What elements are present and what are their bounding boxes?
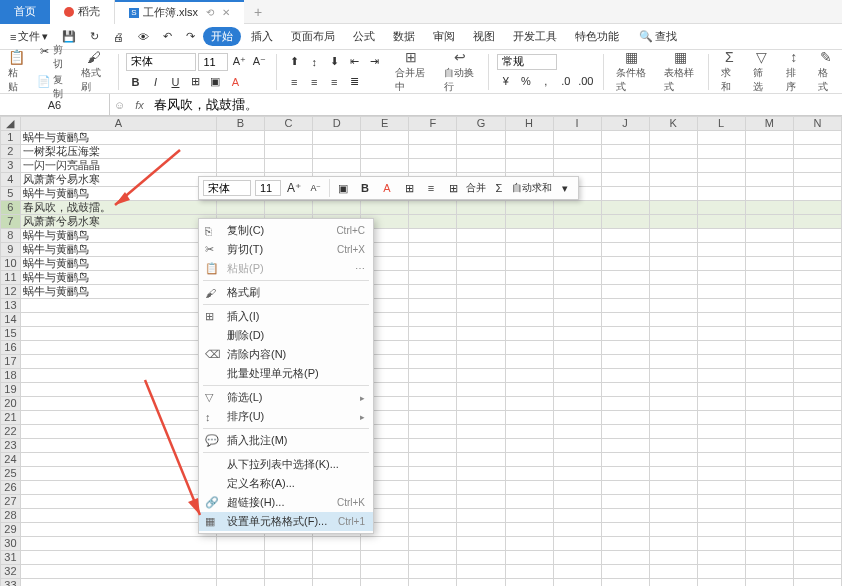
tab-file[interactable]: S工作簿.xlsx⟲✕ [115,0,244,24]
cell-K26[interactable] [649,481,697,495]
row-header-24[interactable]: 24 [1,453,21,467]
cell-H7[interactable] [505,215,553,229]
cell-G18[interactable] [457,369,505,383]
font-grow[interactable]: A⁺ [230,53,248,71]
cell-L33[interactable] [697,579,745,587]
cell-J20[interactable] [601,397,649,411]
cell-G16[interactable] [457,341,505,355]
cell-G17[interactable] [457,355,505,369]
mini-sigma[interactable]: Σ [490,179,508,197]
cell-H25[interactable] [505,467,553,481]
row-header-25[interactable]: 25 [1,467,21,481]
menu-insert[interactable]: 插入 [243,27,281,46]
cell-L7[interactable] [697,215,745,229]
cell-N6[interactable] [793,201,841,215]
cell-J31[interactable] [601,551,649,565]
row-header-16[interactable]: 16 [1,341,21,355]
col-header-G[interactable]: G [457,117,505,131]
cell-C2[interactable] [264,145,312,159]
cell-B31[interactable] [216,551,264,565]
cell-I23[interactable] [553,439,601,453]
cell-A17[interactable] [20,355,216,369]
cell-I30[interactable] [553,537,601,551]
col-header-C[interactable]: C [264,117,312,131]
cell-I12[interactable] [553,285,601,299]
menu-pagelayout[interactable]: 页面布局 [283,27,343,46]
cell-I24[interactable] [553,453,601,467]
cell-E3[interactable] [361,159,409,173]
cell-N30[interactable] [793,537,841,551]
cell-L28[interactable] [697,509,745,523]
cell-I13[interactable] [553,299,601,313]
cell-A20[interactable] [20,397,216,411]
cell-L16[interactable] [697,341,745,355]
cell-A13[interactable] [20,299,216,313]
cell-L18[interactable] [697,369,745,383]
cell-H19[interactable] [505,383,553,397]
refresh-icon[interactable]: ↻ [84,28,105,45]
cell-A15[interactable] [20,327,216,341]
cell-J24[interactable] [601,453,649,467]
ribbon-filter[interactable]: ▽筛选 [749,49,773,94]
indent-inc[interactable]: ⇥ [365,53,383,71]
row-header-33[interactable]: 33 [1,579,21,587]
cell-F14[interactable] [409,313,457,327]
cell-N2[interactable] [793,145,841,159]
cell-M17[interactable] [745,355,793,369]
cell-K17[interactable] [649,355,697,369]
cell-K19[interactable] [649,383,697,397]
menu-view[interactable]: 视图 [465,27,503,46]
cell-M28[interactable] [745,509,793,523]
cell-N18[interactable] [793,369,841,383]
cell-N1[interactable] [793,131,841,145]
cell-H1[interactable] [505,131,553,145]
cell-M33[interactable] [745,579,793,587]
ctx-delete[interactable]: 删除(D) [199,326,373,345]
cell-F17[interactable] [409,355,457,369]
cell-L1[interactable] [697,131,745,145]
dec-inc[interactable]: .0 [557,72,575,90]
cell-G14[interactable] [457,313,505,327]
ribbon-fmtpaint[interactable]: 🖌格式刷 [77,49,109,94]
cell-D33[interactable] [313,579,361,587]
cell-B2[interactable] [216,145,264,159]
ctx-copy[interactable]: ⎘复制(C)Ctrl+C [199,221,373,240]
cut-icon[interactable]: ✂ [37,43,51,61]
cell-N32[interactable] [793,565,841,579]
row-header-3[interactable]: 3 [1,159,21,173]
cell-F22[interactable] [409,425,457,439]
cell-F24[interactable] [409,453,457,467]
cell-A27[interactable] [20,495,216,509]
ribbon-condfmt[interactable]: ▦条件格式 [612,49,652,94]
row-header-20[interactable]: 20 [1,397,21,411]
row-header-23[interactable]: 23 [1,439,21,453]
italic-button[interactable]: I [146,73,164,91]
menu-data[interactable]: 数据 [385,27,423,46]
cell-I33[interactable] [553,579,601,587]
row-header-1[interactable]: 1 [1,131,21,145]
cell-M9[interactable] [745,243,793,257]
cell-F32[interactable] [409,565,457,579]
col-header-B[interactable]: B [216,117,264,131]
align-top[interactable]: ⬆ [285,53,303,71]
cell-M6[interactable] [745,201,793,215]
cell-N3[interactable] [793,159,841,173]
cell-K12[interactable] [649,285,697,299]
mini-font[interactable] [203,180,251,196]
row-header-12[interactable]: 12 [1,285,21,299]
ctx-link[interactable]: 🔗超链接(H)...Ctrl+K [199,493,373,512]
cell-K23[interactable] [649,439,697,453]
close-icon[interactable]: ✕ [222,7,230,18]
cell-M24[interactable] [745,453,793,467]
cell-M31[interactable] [745,551,793,565]
cell-N33[interactable] [793,579,841,587]
cell-H32[interactable] [505,565,553,579]
cell-H21[interactable] [505,411,553,425]
cell-N14[interactable] [793,313,841,327]
cell-F11[interactable] [409,271,457,285]
col-header-D[interactable]: D [313,117,361,131]
cell-I17[interactable] [553,355,601,369]
ribbon-merge[interactable]: ⊞合并居中 [391,49,431,94]
row-header-26[interactable]: 26 [1,481,21,495]
cell-N8[interactable] [793,229,841,243]
